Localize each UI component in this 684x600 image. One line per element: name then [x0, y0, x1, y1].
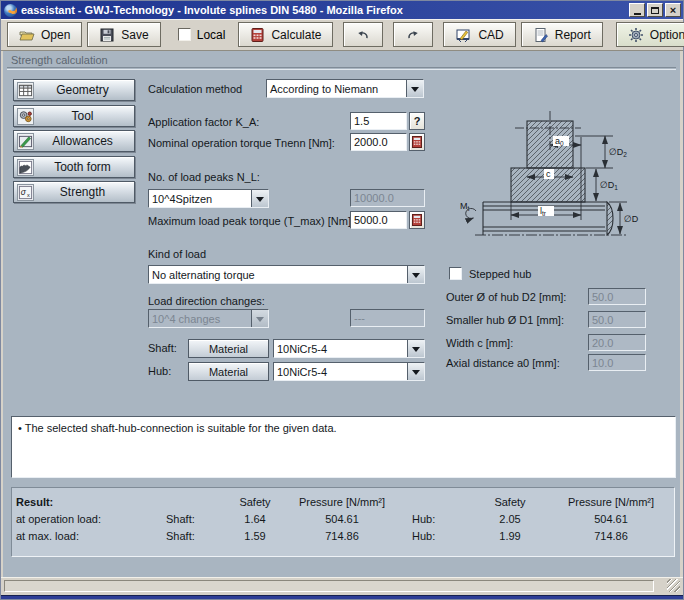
hub-d2-input [588, 288, 646, 305]
result-panel: Result: Safety Pressure [N/mm²] Safety P… [11, 487, 675, 557]
minimize-icon [634, 13, 641, 15]
stepped-hub-label: Stepped hub [469, 268, 531, 280]
section-header: Strength calculation [3, 51, 680, 71]
close-icon: × [670, 5, 676, 15]
load-direction-label: Load direction changes: [148, 295, 265, 307]
load-peaks-count-input [350, 189, 425, 207]
shaft-material-select[interactable]: 10NiCr5-4 [273, 339, 425, 358]
shaft-material-button[interactable]: Material [188, 339, 269, 358]
chevron-down-icon[interactable] [406, 80, 423, 97]
resize-grip[interactable] [667, 579, 680, 592]
maximize-button[interactable] [647, 3, 663, 17]
open-label: Open [41, 28, 70, 42]
minimize-button[interactable] [629, 3, 645, 17]
sidebar-item-tooth-form[interactable]: Tooth form [13, 156, 135, 178]
material-button-label: Material [209, 343, 248, 355]
load-peaks-select[interactable]: 10^4Spitzen [148, 189, 269, 208]
material-button-label: Material [209, 366, 248, 378]
nominal-torque-input[interactable] [350, 133, 407, 151]
hub-width-c-input [588, 334, 646, 351]
chevron-down-icon[interactable] [407, 340, 424, 357]
load-direction-count-input [350, 309, 425, 327]
row-label: at operation load: [16, 513, 166, 525]
calculate-button[interactable]: Calculate [238, 22, 333, 47]
save-button[interactable]: Save [87, 22, 160, 47]
calculator-icon [412, 136, 422, 148]
local-checkbox-group[interactable]: Local [178, 28, 226, 42]
redo-icon [405, 28, 421, 42]
shaft-safety-value: 1.59 [224, 530, 286, 542]
page-title: Strength calculation [11, 54, 108, 66]
calculation-method-select[interactable]: According to Niemann [266, 79, 424, 98]
options-gear-icon [628, 27, 644, 43]
sidebar-item-allowances[interactable]: Allowances [13, 130, 135, 152]
hub-label: Hub: [148, 365, 171, 377]
message-box: • The selected shaft-hub-connection is s… [11, 416, 676, 478]
dim-d1-label: ∅D1 [600, 180, 618, 191]
kind-of-load-select[interactable]: No alternating torque [148, 265, 425, 284]
hub-d1-input [588, 311, 646, 328]
dim-d-label: ∅D [624, 214, 639, 224]
hub-d2-label: Outer Ø of hub D2 [mm]: [446, 291, 566, 303]
hub-safety-value: 2.05 [468, 513, 552, 525]
pressure-header: Pressure [N/mm²] [552, 496, 670, 508]
toolbar: Open Save Local Calculate CAD Report [1, 19, 683, 51]
hub-pressure-value: 714.86 [552, 530, 670, 542]
stepped-hub-checkbox[interactable] [449, 267, 462, 280]
question-mark-icon: ? [414, 115, 421, 127]
result-row-operation: at operation load: Shaft: 1.64 504.61 Hu… [16, 510, 674, 527]
bottom-strip [1, 595, 683, 599]
application-factor-label: Application factor K_A: [148, 116, 259, 128]
status-field [4, 580, 654, 592]
hub-material-button[interactable]: Material [188, 362, 269, 381]
local-label: Local [197, 28, 226, 42]
calculator-icon [250, 27, 265, 43]
safety-header: Safety [224, 496, 286, 508]
chevron-down-icon[interactable] [407, 363, 424, 380]
sidebar-item-label: Allowances [34, 134, 131, 148]
max-torque-calculator-button[interactable] [409, 211, 425, 229]
cad-button[interactable]: CAD [443, 22, 515, 47]
application-factor-input[interactable] [350, 112, 407, 130]
result-header-row: Result: Safety Pressure [N/mm²] Safety P… [16, 493, 674, 510]
shaft-material-value: 10NiCr5-4 [274, 340, 407, 357]
hub-material-select[interactable]: 10NiCr5-4 [273, 362, 425, 381]
sidebar-item-strength[interactable]: σx Strength [13, 181, 135, 203]
sidebar-item-label: Geometry [34, 83, 131, 97]
open-button[interactable]: Open [7, 22, 82, 47]
cad-label: CAD [478, 28, 503, 42]
cad-icon [455, 27, 472, 43]
titlebar[interactable]: eassistant - GWJ-Technology - Involute s… [1, 1, 683, 19]
shaft-cell-label: Shaft: [166, 513, 224, 525]
pressure-header: Pressure [N/mm²] [286, 496, 398, 508]
axial-distance-label: Axial distance a0 [mm]: [446, 357, 560, 369]
load-peaks-label: No. of load peaks N_L: [148, 171, 260, 183]
chevron-down-icon[interactable] [407, 266, 424, 283]
save-label: Save [121, 28, 148, 42]
local-checkbox[interactable] [178, 28, 191, 41]
sidebar-item-geometry[interactable]: Geometry [13, 79, 135, 101]
close-button[interactable]: × [665, 3, 681, 17]
section-separator [7, 67, 676, 70]
redo-button[interactable] [393, 22, 433, 47]
undo-button[interactable] [343, 22, 383, 47]
options-button[interactable]: Options [616, 22, 684, 47]
application-factor-help-button[interactable]: ? [409, 112, 425, 130]
max-torque-input[interactable] [350, 211, 407, 229]
gear-profile-icon [17, 159, 34, 176]
shaft-hub-diagram: a0 c ltr ∅D2 ∅D1 ∅D Mt [455, 83, 677, 255]
status-bar [1, 577, 683, 595]
result-title: Result: [16, 496, 166, 508]
gears-icon [17, 108, 34, 125]
sidebar-item-label: Tooth form [34, 160, 131, 174]
report-button[interactable]: Report [521, 22, 603, 47]
tolerance-icon [17, 133, 34, 150]
kind-of-load-value: No alternating torque [149, 266, 407, 283]
nominal-torque-calculator-button[interactable] [409, 133, 425, 151]
window-title: eassistant - GWJ-Technology - Involute s… [21, 4, 627, 16]
chevron-down-icon[interactable] [251, 190, 268, 207]
dim-c-label: c [546, 169, 551, 179]
calculation-method-label: Calculation method [148, 83, 242, 95]
calculate-label: Calculate [271, 28, 321, 42]
sidebar-item-tool[interactable]: Tool [13, 105, 135, 127]
